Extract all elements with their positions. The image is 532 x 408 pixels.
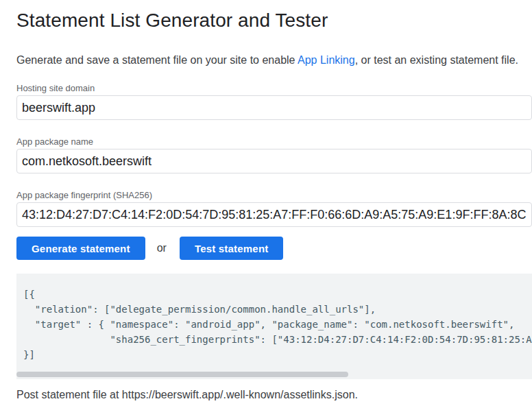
horizontal-scrollbar[interactable] [16,370,532,379]
or-label: or [157,242,167,254]
app-package-name-label: App package name [16,136,532,147]
page-title: Statement List Generator and Tester [16,8,532,33]
statement-code-block: [{ "relation": ["delegate_permission/com… [16,274,532,379]
app-linking-link[interactable]: App Linking [298,54,355,66]
intro-text: Generate and save a statement file on yo… [16,53,532,68]
hosting-site-domain-input[interactable] [16,95,532,120]
app-package-name-input[interactable] [16,149,532,173]
statement-json-code: [{ "relation": ["delegate_permission/com… [16,274,532,362]
scrollbar-thumb[interactable] [16,372,348,377]
statement-list-generator-page: Statement List Generator and Tester Gene… [0,8,532,402]
hosting-site-domain-group: Hosting site domain [16,83,532,120]
app-package-fingerprint-label: App package fingerprint (SHA256) [16,190,532,200]
app-package-name-group: App package name [16,136,532,173]
app-package-fingerprint-input[interactable] [16,202,532,227]
generate-statement-button[interactable]: Generate statement [16,237,145,260]
test-statement-button[interactable]: Test statement [180,237,284,260]
action-button-row: Generate statement or Test statement [16,237,532,260]
post-statement-note: Post statement file at https://beerswift… [16,388,532,402]
hosting-site-domain-label: Hosting site domain [16,83,532,93]
app-package-fingerprint-group: App package fingerprint (SHA256) [16,190,532,227]
intro-text-before: Generate and save a statement file on yo… [16,54,298,66]
intro-text-after: , or test an existing statement file. [355,54,518,66]
